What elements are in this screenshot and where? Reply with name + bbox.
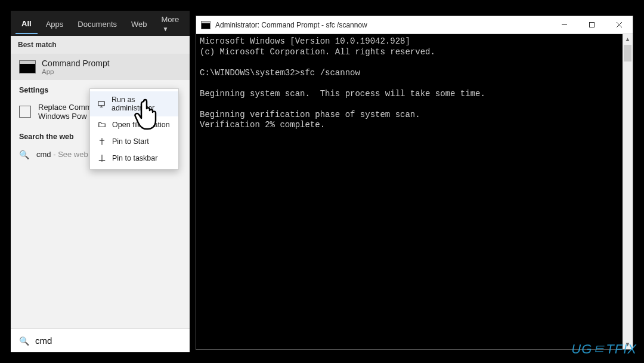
- search-panel: All Apps Documents Web More ▼ Best match…: [11, 11, 190, 352]
- result-command-prompt[interactable]: Command Prompt App: [11, 54, 190, 80]
- terminal-output: Microsoft Windows [Version 10.0.19042.92…: [196, 34, 633, 133]
- ctx-open-file-location[interactable]: Open file location: [90, 116, 178, 133]
- ctx-label: Run as administrator: [112, 96, 171, 112]
- pin-taskbar-icon: [97, 154, 106, 162]
- search-input[interactable]: [35, 336, 181, 346]
- tab-all[interactable]: All: [16, 13, 38, 34]
- ctx-pin-to-start[interactable]: Pin to Start: [90, 133, 178, 150]
- terminal-body[interactable]: Microsoft Windows [Version 10.0.19042.92…: [196, 34, 633, 349]
- ctx-pin-to-taskbar[interactable]: Pin to taskbar: [90, 150, 178, 167]
- watermark: UGㅌTFIX: [571, 340, 637, 358]
- context-menu: Run as administrator Open file location …: [89, 88, 179, 170]
- maximize-button[interactable]: [578, 16, 605, 33]
- admin-icon: [97, 100, 106, 108]
- ctx-label: Pin to taskbar: [112, 154, 157, 162]
- close-button[interactable]: [605, 16, 633, 33]
- scrollbar[interactable]: ▲ ▼: [623, 34, 633, 349]
- window-controls: [550, 16, 633, 33]
- tab-more-label: More: [162, 15, 179, 24]
- search-icon: 🔍: [19, 336, 29, 346]
- cmd-window: Administrator: Command Prompt - sfc /sca…: [196, 16, 633, 350]
- tab-documents[interactable]: Documents: [72, 14, 123, 33]
- tab-apps[interactable]: Apps: [40, 14, 70, 33]
- minimize-button[interactable]: [550, 16, 578, 33]
- tab-web[interactable]: Web: [125, 14, 153, 33]
- window-title: Administrator: Command Prompt - sfc /sca…: [215, 21, 367, 29]
- result-title: Command Prompt: [42, 59, 110, 68]
- command-prompt-icon: [19, 60, 36, 73]
- spacer: [11, 165, 190, 328]
- result-text: Command Prompt App: [42, 59, 110, 75]
- result-subtitle: App: [42, 68, 110, 75]
- titlebar[interactable]: Administrator: Command Prompt - sfc /sca…: [196, 16, 633, 34]
- search-box[interactable]: 🔍: [11, 328, 190, 352]
- powershell-icon: [19, 106, 31, 118]
- ctx-label: Open file location: [112, 121, 170, 129]
- search-tabs: All Apps Documents Web More ▼: [11, 11, 190, 36]
- settings-item-label: Replace Comm Windows Pow: [38, 103, 92, 121]
- ctx-label: Pin to Start: [112, 137, 149, 146]
- web-query: cmd: [36, 150, 51, 159]
- folder-icon: [97, 121, 106, 129]
- scroll-thumb[interactable]: [624, 45, 631, 61]
- pin-start-icon: [97, 137, 106, 146]
- svg-rect-2: [589, 23, 594, 27]
- scroll-up-icon[interactable]: ▲: [623, 34, 633, 44]
- svg-rect-0: [98, 101, 105, 106]
- cmd-icon: [201, 21, 210, 29]
- best-match-header: Best match: [11, 36, 190, 54]
- chevron-down-icon: ▼: [163, 26, 169, 32]
- search-icon: 🔍: [19, 150, 29, 159]
- tab-more[interactable]: More ▼: [156, 9, 185, 38]
- ctx-run-as-admin[interactable]: Run as administrator: [90, 91, 178, 116]
